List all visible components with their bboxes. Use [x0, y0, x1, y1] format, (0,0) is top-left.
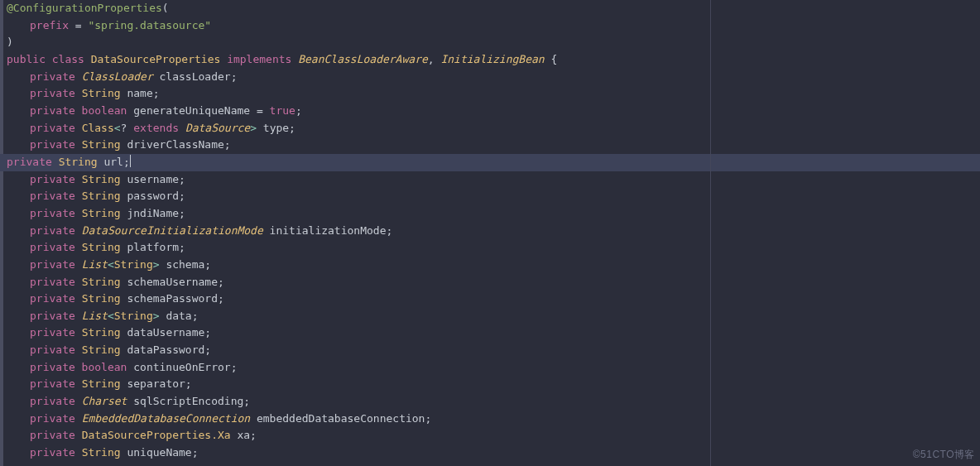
- token-plain: ?: [121, 122, 134, 134]
- code-line[interactable]: private boolean continueOnError;: [7, 359, 980, 377]
- token-plain: separator;: [121, 377, 192, 390]
- code-line[interactable]: private String dataUsername;: [7, 324, 980, 342]
- code-editor[interactable]: @ConfigurationProperties(prefix = "sprin…: [7, 0, 980, 462]
- token-class: DataSourceInitializationMode: [82, 224, 263, 237]
- code-line[interactable]: private String platform;: [7, 239, 980, 257]
- token-classn: String: [59, 156, 98, 168]
- text-caret-icon: [130, 155, 131, 167]
- token-plain: type;: [257, 122, 295, 134]
- code-line[interactable]: private boolean generateUniqueName = tru…: [7, 103, 980, 120]
- token-classn: String: [82, 343, 121, 356]
- token-key: private: [30, 190, 82, 202]
- token-key: private: [30, 122, 82, 134]
- token-classn: String: [82, 377, 121, 390]
- token-key: private: [30, 241, 82, 253]
- token-key: private: [30, 326, 82, 339]
- token-classn: DataSourceProperties: [91, 53, 227, 65]
- token-key: private: [30, 343, 82, 356]
- token-plain: dataPassword;: [121, 343, 212, 356]
- code-line[interactable]: private String uniqueName;: [7, 444, 980, 462]
- code-line[interactable]: private String password;: [7, 188, 980, 205]
- token-classn: String: [82, 190, 121, 202]
- token-plain: {: [545, 53, 558, 65]
- token-plain: schemaPassword;: [121, 292, 224, 305]
- token-key: private: [30, 258, 82, 271]
- token-plain: driverClassName;: [121, 138, 231, 151]
- token-class: DataSource: [185, 122, 250, 134]
- token-classn: String: [82, 326, 121, 339]
- code-line[interactable]: private String name;: [7, 85, 980, 103]
- token-classn: String: [82, 207, 121, 219]
- code-line[interactable]: private List<String> schema;: [7, 257, 980, 274]
- token-plain: embeddedDatabaseConnection;: [250, 412, 431, 425]
- token-key: prefix: [30, 19, 69, 31]
- token-class: List: [82, 258, 108, 271]
- code-line-active[interactable]: private String url;: [0, 154, 980, 171]
- token-key: private: [30, 173, 82, 185]
- token-angle: >: [153, 310, 160, 322]
- token-plain: initializationMode;: [263, 224, 393, 237]
- token-key: private: [30, 138, 82, 151]
- code-line[interactable]: private DataSourceProperties.Xa xa;: [7, 427, 980, 444]
- token-plain: ,: [428, 53, 441, 65]
- code-line[interactable]: prefix = "spring.datasource": [7, 17, 980, 35]
- token-key: private: [30, 429, 82, 441]
- token-key: private: [30, 87, 82, 99]
- token-classn: String: [82, 138, 121, 151]
- token-angle: >: [153, 258, 160, 271]
- token-plain: uniqueName;: [121, 446, 199, 459]
- watermark: ©51CTO博客: [913, 446, 975, 464]
- token-classn: String: [82, 241, 121, 253]
- token-plain: xa;: [231, 429, 257, 441]
- token-classn: String: [114, 258, 153, 271]
- token-class: List: [82, 310, 108, 322]
- code-line[interactable]: private Class<? extends DataSource> type…: [7, 120, 980, 137]
- token-plain: platform;: [121, 241, 185, 253]
- code-line[interactable]: ): [7, 34, 980, 51]
- token-angle: <: [108, 310, 114, 322]
- editor-gutter: [0, 0, 3, 466]
- code-line[interactable]: private Charset sqlScriptEncoding;: [7, 393, 980, 411]
- code-line[interactable]: private String schemaUsername;: [7, 274, 980, 291]
- code-line[interactable]: private String username;: [7, 171, 980, 189]
- token-class: Charset: [82, 395, 127, 407]
- code-line[interactable]: private DataSourceInitializationMode ini…: [7, 223, 980, 240]
- code-line[interactable]: private String driverClassName;: [7, 137, 980, 154]
- token-key: private: [30, 207, 82, 219]
- token-plain: classLoader;: [153, 70, 238, 83]
- token-plain: dataUsername;: [121, 326, 212, 339]
- token-class: BeanClassLoaderAware: [298, 53, 428, 65]
- token-class: ClassLoader: [82, 70, 153, 83]
- token-anno: @ConfigurationProperties: [7, 2, 162, 14]
- code-line[interactable]: private String schemaPassword;: [7, 291, 980, 308]
- token-plain: url;: [98, 156, 130, 168]
- code-line[interactable]: private EmbeddedDatabaseConnection embed…: [7, 411, 980, 428]
- token-bool: true: [270, 104, 295, 117]
- token-classn: String: [82, 446, 121, 459]
- token-key: private: [30, 446, 82, 459]
- token-key: public class: [7, 53, 91, 65]
- token-plain: name;: [121, 87, 160, 99]
- token-plain: password;: [121, 190, 185, 202]
- token-plain: jndiName;: [121, 207, 185, 219]
- token-plain: sqlScriptEncoding;: [127, 395, 250, 407]
- code-line[interactable]: private String separator;: [7, 376, 980, 393]
- code-line[interactable]: private List<String> data;: [7, 308, 980, 325]
- token-class: EmbeddedDatabaseConnection: [82, 412, 251, 425]
- code-line[interactable]: public class DataSourceProperties implem…: [7, 51, 980, 69]
- token-key: extends: [133, 122, 185, 134]
- token-plain: ): [7, 36, 13, 48]
- code-line[interactable]: private ClassLoader classLoader;: [7, 69, 980, 86]
- token-plain: schema;: [160, 258, 212, 271]
- token-key: private: [30, 70, 82, 83]
- code-line[interactable]: private String jndiName;: [7, 205, 980, 223]
- token-plain: generateUniqueName =: [127, 104, 269, 117]
- token-classn: String: [82, 292, 121, 305]
- token-angle: >: [250, 122, 257, 134]
- code-line[interactable]: @ConfigurationProperties(: [7, 0, 980, 17]
- token-class: InitializingBean: [440, 53, 544, 65]
- token-plain: (: [162, 2, 169, 14]
- code-line[interactable]: private String dataPassword;: [7, 342, 980, 359]
- editor-vertical-split[interactable]: [710, 0, 711, 466]
- token-key: private: [30, 224, 82, 237]
